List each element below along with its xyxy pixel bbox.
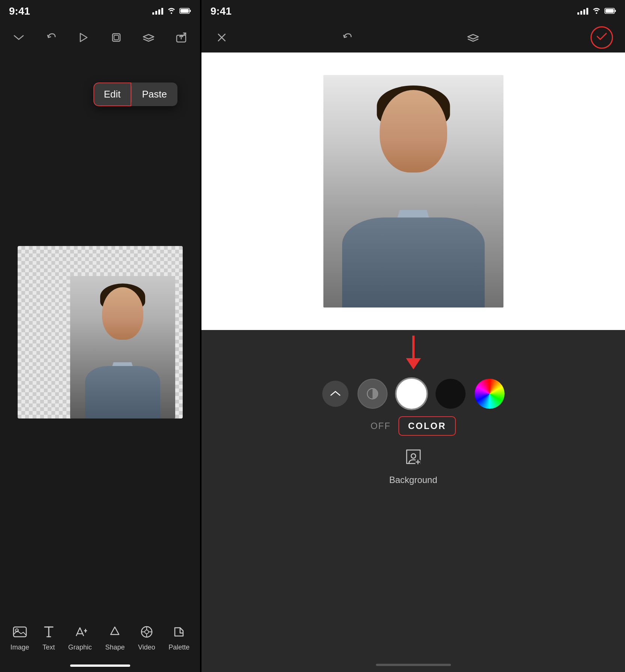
play-icon[interactable] — [75, 29, 92, 46]
svg-point-18 — [145, 630, 149, 634]
right-top-toolbar — [201, 22, 625, 52]
right-wifi-icon — [592, 7, 601, 16]
tool-text[interactable]: Text — [36, 622, 61, 655]
right-status-icons — [577, 7, 616, 16]
svg-rect-1 — [190, 10, 191, 12]
right-battery-icon — [605, 7, 616, 16]
left-bottom-toolbar: Image Text — [0, 612, 200, 672]
background-label: Background — [389, 475, 437, 485]
color-mode-row: OFF COLOR — [371, 416, 456, 436]
close-icon[interactable] — [213, 29, 230, 46]
palette-tool-icon — [173, 626, 185, 640]
tool-graphic[interactable]: Graphic — [62, 622, 98, 655]
red-arrow — [406, 336, 421, 369]
edit-menu-item[interactable]: Edit — [93, 82, 131, 106]
tool-shape[interactable]: Shape — [99, 622, 131, 655]
image-tool-icon — [13, 626, 27, 640]
tool-image[interactable]: Image — [5, 622, 35, 655]
tool-items: Image Text — [0, 612, 200, 664]
check-icon — [596, 32, 607, 44]
tool-graphic-label: Graphic — [68, 644, 92, 651]
battery-icon — [180, 7, 191, 16]
layers-single-icon[interactable] — [108, 29, 125, 46]
color-panel: OFF COLOR Background — [201, 330, 625, 672]
face-shape — [102, 287, 143, 340]
person-silhouette — [70, 276, 175, 418]
layers-icon[interactable] — [140, 29, 157, 46]
black-swatch[interactable] — [436, 379, 466, 409]
canvas-checkerboard — [18, 246, 183, 418]
tool-video-label: Video — [138, 644, 155, 651]
right-status-bar: 9:41 — [201, 0, 625, 22]
photo-portrait — [70, 276, 175, 418]
opacity-swatch[interactable] — [358, 379, 388, 409]
swatches-row — [201, 375, 625, 412]
svg-rect-24 — [615, 10, 616, 12]
right-bottom-bar — [201, 650, 625, 672]
tool-text-label: Text — [42, 644, 55, 651]
shape-tool-icon — [108, 626, 121, 640]
paste-menu-item[interactable]: Paste — [132, 82, 178, 106]
tool-palette-label: Palette — [168, 644, 189, 651]
body-shape — [85, 366, 160, 418]
expand-button[interactable] — [322, 381, 349, 407]
svg-rect-9 — [14, 627, 26, 637]
tool-shape-label: Shape — [105, 644, 125, 651]
color-mode-button[interactable]: COLOR — [398, 416, 456, 436]
svg-marker-3 — [80, 33, 87, 42]
video-tool-icon — [140, 626, 154, 640]
undo-icon[interactable] — [43, 29, 60, 46]
arrow-line — [412, 336, 415, 358]
home-indicator — [70, 664, 130, 667]
rainbow-swatch[interactable] — [475, 379, 505, 409]
svg-rect-25 — [605, 9, 614, 13]
share-icon[interactable] — [173, 29, 189, 46]
right-face — [380, 90, 447, 172]
left-canvas-area: Edit Paste — [0, 52, 200, 612]
confirm-button[interactable] — [590, 26, 613, 49]
right-signal-icon — [577, 8, 588, 15]
tool-video[interactable]: Video — [132, 622, 161, 655]
chevron-up-icon — [330, 388, 341, 399]
left-panel: 9:41 — [0, 0, 200, 672]
graphic-tool-icon — [73, 626, 87, 640]
right-body — [342, 218, 485, 308]
left-top-toolbar — [0, 22, 200, 52]
tool-palette[interactable]: Palette — [162, 622, 195, 655]
right-canvas-area[interactable] — [201, 52, 625, 330]
left-status-icons — [152, 7, 191, 16]
right-layers-icon[interactable] — [465, 29, 481, 46]
left-time: 9:41 — [9, 5, 30, 17]
svg-rect-2 — [180, 9, 189, 13]
background-icon[interactable] — [404, 447, 423, 471]
right-photo — [323, 75, 503, 308]
chevron-down-icon[interactable] — [11, 29, 27, 46]
white-swatch[interactable] — [397, 379, 427, 409]
left-status-bar: 9:41 — [0, 0, 200, 22]
right-undo-icon[interactable] — [339, 29, 356, 46]
svg-rect-5 — [114, 35, 119, 40]
off-label[interactable]: OFF — [371, 421, 391, 431]
text-tool-icon — [43, 626, 54, 640]
tool-image-label: Image — [11, 644, 29, 651]
right-home-indicator — [376, 664, 451, 666]
context-menu: Edit Paste — [93, 82, 177, 106]
background-section: Background — [389, 447, 437, 485]
right-time: 9:41 — [210, 5, 231, 17]
canvas-container[interactable] — [18, 246, 183, 418]
arrow-head — [406, 358, 421, 369]
signal-icon — [152, 8, 163, 15]
right-panel: 9:41 — [201, 0, 625, 672]
svg-point-29 — [411, 454, 416, 458]
arrow-section — [201, 330, 625, 375]
wifi-icon — [167, 7, 176, 16]
